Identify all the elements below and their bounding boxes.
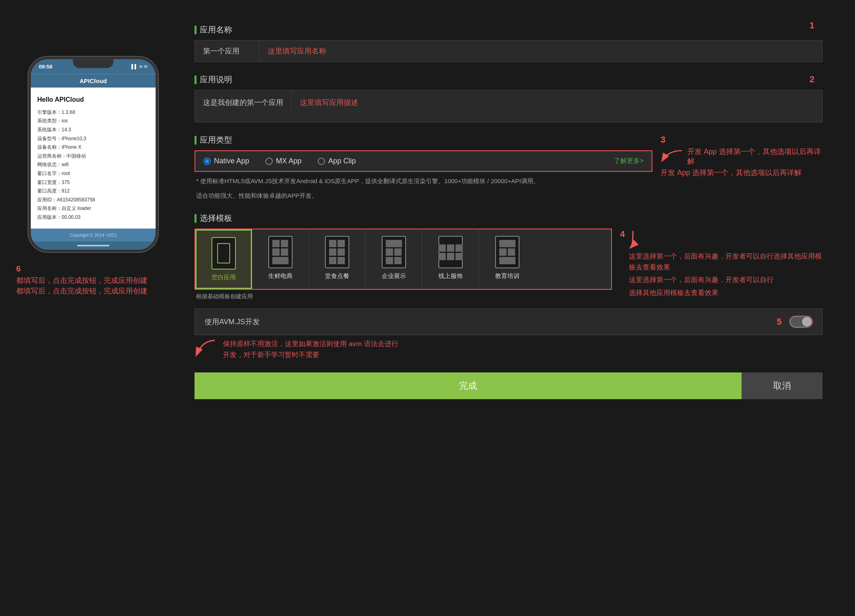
ann-5-block: 保持原样不用激活，这里如果激活则使用 avm 语法去进行开发，对于新手学习暂时不… (195, 338, 823, 360)
avm-row: 使用AVM.JS开发 5 (195, 308, 823, 335)
avm-section: 使用AVM.JS开发 5 保持原样不用激活，这里如果激活则使用 avm 语法去进… (195, 308, 823, 360)
ann-4-text: 这里选择第一个，后面有兴趣，开发者可以自行选择其他应用模板去查看效果 (629, 251, 823, 273)
phone-info-1: 系统类型：ios (37, 117, 149, 126)
phone-time: 09:58 (39, 64, 52, 70)
phone-home-bar (31, 242, 156, 250)
type-option-clip[interactable]: App Clip (318, 157, 356, 165)
toggle-knob (802, 317, 812, 327)
phone-info-0: 引擎版本：1.3.68 (37, 108, 149, 117)
ann-3-label: 开发 App 选择第一个，其他选项以后再详解 (660, 168, 823, 178)
template-sub-label: 根据基础模板创建应用 (195, 293, 612, 300)
ann-4-label2: 选择其他应用模板去查看效果 (629, 287, 823, 298)
app-type-options-row: Native App MX App App Clip 了解更多> (195, 150, 652, 172)
template-grid: 空白应用 生鲜电商 (195, 229, 612, 290)
button-row: 完成 取消 (195, 372, 823, 399)
ann-num-3-display: 3 (660, 135, 823, 145)
template-label-grocery: 生鲜电商 (268, 272, 293, 280)
template-label-text: 选择模板 (200, 213, 232, 224)
phone-status-bar: 09:58 ▌▌ ≋ ✉ (31, 59, 156, 74)
phone-title-bar: APICloud (31, 74, 156, 88)
avm-toggle[interactable] (790, 316, 812, 327)
phone-home-indicator (77, 245, 109, 246)
ann-5-label: 保持原样不用激活，这里如果激活则使用 avm 语法去进行开发，对于新手学习暂时不… (223, 338, 398, 360)
phone-info-2: 系统版本：14.3 (37, 126, 149, 135)
phone-frame: 09:58 ▌▌ ≋ ✉ APICloud Hello APICloud 引擎版… (28, 57, 158, 252)
template-item-blank[interactable]: 空白应用 (195, 229, 252, 289)
type-desc-1: * 使用标准HTML5或AVM.JS技术开发Android & iOS原生APP… (195, 176, 652, 186)
app-desc-section: 应用说明 2 这是我创建的第一个应用 这里填写应用描述 (195, 74, 823, 122)
phone-info-4: 设备名称：iPhone X (37, 143, 149, 152)
form-section: 应用名称 1 第一个应用 这里填写应用名称 应用说明 2 这是我创建的第一个应用… (195, 16, 823, 399)
ann-num-1: 1 (810, 20, 814, 31)
template-icon-enterprise (382, 236, 406, 268)
app-desc-placeholder: 这里填写应用描述 (300, 98, 358, 107)
template-icon-blank (212, 237, 236, 270)
template-icon-edu (495, 236, 519, 268)
cancel-button[interactable]: 取消 (742, 372, 823, 399)
type-desc-2: 适合功能强大、性能和体验卓越的APP开发。 (195, 190, 652, 201)
template-icon-blank-inner (217, 243, 230, 263)
ann-4-label: 这里选择第一个，后面有兴趣，开发者可以自行 (629, 274, 823, 285)
app-desc-label: 应用说明 (195, 74, 823, 85)
template-section: 选择模板 空白应用 (195, 213, 823, 300)
caption-text-6: 都填写后，点击完成按钮，完成应用创建 (16, 275, 147, 286)
native-radio[interactable] (203, 158, 211, 165)
learn-more-link[interactable]: 了解更多> (614, 157, 643, 165)
template-item-grocery[interactable]: 生鲜电商 (252, 229, 309, 289)
phone-footer: Copyright © 2014~2021 (31, 229, 156, 242)
arrow-4-icon (629, 229, 653, 249)
phone-info-5: 运营商名称：中国移动 (37, 152, 149, 161)
phone-info-9: 窗口高度：812 (37, 187, 149, 196)
clip-radio[interactable] (318, 158, 325, 165)
app-name-field-label: 第一个应用 (195, 41, 260, 62)
phone-info-6: 网络状态：wifi (37, 160, 149, 169)
app-desc-row: 这是我创建的第一个应用 这里填写应用描述 (195, 90, 823, 122)
phone-info-7: 窗口名字：root (37, 169, 149, 178)
ann-3-block: 3 开发 App 选择第一个，其他选项以后再详解 开发 App 选择第一个，其他… (660, 135, 823, 178)
template-item-enterprise[interactable]: 企业展示 (366, 229, 422, 289)
phone-footer-text: Copyright © 2014~2021 (70, 233, 117, 237)
ann-num-2: 2 (810, 74, 814, 85)
app-clip-label: App Clip (328, 157, 356, 165)
ann-num-5: 5 (777, 317, 782, 327)
phone-info-10: 应用ID：A6154208583758 (37, 196, 149, 205)
type-option-mx[interactable]: MX App (265, 157, 301, 165)
template-label-edu: 教育培训 (495, 272, 519, 280)
template-grid-icon-dining (329, 240, 345, 264)
app-name-input[interactable]: 这里填写应用名称 (260, 41, 822, 62)
phone-hello-title: Hello APICloud (37, 94, 149, 106)
template-item-fashion[interactable]: 线上服饰 (422, 229, 479, 289)
app-name-section: 应用名称 1 第一个应用 这里填写应用名称 (195, 24, 823, 62)
arrow-5-icon (195, 338, 219, 359)
app-type-label-text: 应用类型 (200, 135, 232, 145)
template-item-dining[interactable]: 堂食点餐 (309, 229, 366, 289)
phone-info-11: 应用名称：自定义 loader (37, 204, 149, 213)
phone-info-3: 设备型号：iPhone10,3 (37, 135, 149, 143)
template-grid-icon-edu (499, 240, 515, 264)
template-item-edu[interactable]: 教育培训 (479, 229, 536, 289)
phone-title-label: APICloud (79, 77, 107, 84)
type-option-native[interactable]: Native App (203, 157, 249, 165)
arrow-3-icon (660, 148, 684, 165)
app-type-section: 应用类型 Native App MX App (195, 135, 823, 201)
phone-notch (73, 59, 113, 68)
native-app-label: Native App (214, 157, 249, 165)
done-button[interactable]: 完成 (195, 372, 742, 399)
app-desc-input[interactable]: 这里填写应用描述 (292, 90, 822, 113)
mx-radio[interactable] (265, 158, 273, 165)
app-desc-field-label: 这是我创建的第一个应用 (195, 90, 292, 113)
template-icon-grocery (268, 236, 293, 268)
phone-content: Hello APICloud 引擎版本：1.3.68 系统类型：ios 系统版本… (31, 88, 156, 229)
mx-app-label: MX App (276, 157, 301, 165)
ann-4-block: 4 这里选择第一个，后面有兴趣，开发者可以自行选择其他应用模板去查看效果 这里选… (620, 213, 823, 298)
template-grid-icon-enterprise (386, 240, 402, 264)
app-type-label: 应用类型 (195, 135, 652, 145)
app-name-label-text: 应用名称 (200, 24, 232, 35)
caption-label-6: 都填写后，点击完成按钮，完成应用创建 (16, 286, 147, 296)
template-label-blank: 空白应用 (212, 274, 236, 281)
phone-section: 09:58 ▌▌ ≋ ✉ APICloud Hello APICloud 引擎版… (16, 16, 170, 296)
phone-info-12: 应用版本：00.00.03 (37, 213, 149, 222)
template-label-fashion: 线上服饰 (438, 272, 463, 280)
phone-info-8: 窗口宽度：375 (37, 178, 149, 187)
app-name-label: 应用名称 (195, 24, 823, 35)
